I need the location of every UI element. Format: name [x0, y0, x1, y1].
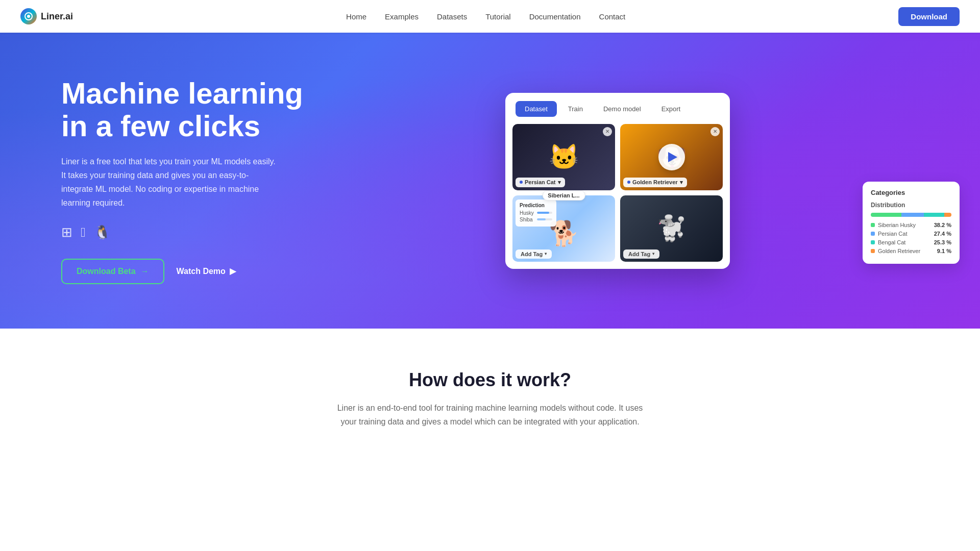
- distribution-title: Categories: [871, 189, 951, 196]
- hero-buttons: Download Beta → Watch Demo ▶: [61, 259, 316, 284]
- download-beta-label: Download Beta: [77, 267, 136, 276]
- dist-dot-bengal: [871, 240, 875, 244]
- image-cell-black-dog: 🐩 Add Tag ▾: [620, 195, 723, 262]
- logo[interactable]: Liner.ai: [20, 8, 73, 24]
- dog-close-button[interactable]: ✕: [710, 127, 720, 136]
- mockup-tabs: Dataset Train Demo model Export: [505, 93, 730, 117]
- tab-dataset[interactable]: Dataset: [516, 101, 557, 117]
- watch-demo-button[interactable]: Watch Demo ▶: [177, 266, 236, 276]
- download-beta-button[interactable]: Download Beta →: [61, 259, 164, 284]
- nav-contact[interactable]: Contact: [599, 12, 626, 21]
- cat-image: 🐱: [549, 143, 579, 171]
- hero-section: Machine learning in a few clicks Liner i…: [0, 33, 980, 329]
- play-triangle-icon: [668, 152, 677, 162]
- add-tag-button-black-dog[interactable]: Add Tag ▾: [623, 249, 659, 259]
- label-dot: [627, 181, 630, 184]
- watch-demo-label: Watch Demo: [177, 267, 226, 276]
- nav-datasets[interactable]: Datasets: [437, 12, 467, 21]
- logo-text: Liner.ai: [41, 11, 73, 22]
- dist-row-golden: Golden Retriever 9.1 %: [871, 248, 951, 254]
- nav-download-button[interactable]: Download: [898, 7, 960, 26]
- cat-label: Persian Cat ▾: [516, 178, 565, 187]
- apple-icon: : [81, 224, 86, 240]
- bar-seg-persian: [901, 213, 923, 217]
- bar-seg-husky: [871, 213, 901, 217]
- tab-demo-model[interactable]: Demo model: [594, 101, 650, 117]
- tab-export[interactable]: Export: [652, 101, 690, 117]
- bar-seg-bengal: [924, 213, 944, 217]
- label-dot: [520, 181, 523, 184]
- pred-row-shiba: Shiba: [520, 217, 552, 222]
- distribution-card: Categories Distribution Siberian Husky 3…: [863, 182, 960, 264]
- hero-description: Liner is a free tool that lets you train…: [61, 155, 276, 210]
- bar-seg-golden: [944, 213, 951, 217]
- logo-icon: [20, 8, 37, 24]
- arrow-icon: →: [141, 267, 149, 276]
- dist-dot-husky: [871, 223, 875, 227]
- svg-point-1: [27, 15, 30, 18]
- hero-right: Dataset Train Demo model Export 🐱 Persia…: [316, 93, 919, 269]
- prediction-panel: Prediction Husky Shiba: [516, 199, 556, 227]
- how-title: How does it work?: [61, 369, 919, 391]
- cat-close-button[interactable]: ✕: [603, 127, 612, 136]
- nav-examples[interactable]: Examples: [385, 12, 419, 21]
- windows-icon: ⊞: [61, 224, 72, 240]
- image-cell-cat: 🐱 Persian Cat ▾ ✕: [512, 124, 615, 190]
- black-dog-image: 🐩: [656, 214, 687, 243]
- distribution-subtitle: Distribution: [871, 202, 951, 209]
- dog-label: Golden Retriever ▾: [623, 178, 687, 187]
- dist-dot-golden: [871, 249, 875, 253]
- linux-icon: 🐧: [94, 224, 110, 240]
- how-description: Liner is an end-to-end tool for training…: [337, 401, 643, 429]
- add-tag-button-husky[interactable]: Add Tag ▾: [516, 249, 552, 259]
- mockup-card: Dataset Train Demo model Export 🐱 Persia…: [505, 93, 730, 269]
- nav-home[interactable]: Home: [346, 12, 366, 21]
- how-section: How does it work? Liner is an end-to-end…: [0, 329, 980, 469]
- hero-left: Machine learning in a few clicks Liner i…: [61, 77, 316, 284]
- dist-row-husky: Siberian Husky 38.2 %: [871, 222, 951, 228]
- dist-row-persian: Persian Cat 27.4 %: [871, 231, 951, 237]
- play-button[interactable]: [658, 144, 685, 170]
- nav-links: Home Examples Datasets Tutorial Document…: [346, 12, 625, 21]
- image-cell-husky: Siberian L... 🐕 Prediction Husky Shiba: [512, 195, 615, 262]
- image-grid: 🐱 Persian Cat ▾ ✕ 🐶 Golden Retriever ▾: [505, 117, 730, 269]
- siberian-badge: Siberian L...: [542, 190, 585, 201]
- image-cell-dog: 🐶 Golden Retriever ▾ ✕: [620, 124, 723, 190]
- navbar: Liner.ai Home Examples Datasets Tutorial…: [0, 0, 980, 33]
- hero-title: Machine learning in a few clicks: [61, 77, 316, 142]
- nav-tutorial[interactable]: Tutorial: [485, 12, 510, 21]
- dist-dot-persian: [871, 232, 875, 236]
- play-icon: ▶: [230, 266, 236, 276]
- dist-row-bengal: Bengal Cat 25.3 %: [871, 239, 951, 245]
- pred-row-husky: Husky: [520, 210, 552, 216]
- tab-train[interactable]: Train: [559, 101, 592, 117]
- distribution-bar: [871, 213, 951, 217]
- nav-documentation[interactable]: Documentation: [529, 12, 581, 21]
- platform-icons: ⊞  🐧: [61, 224, 316, 240]
